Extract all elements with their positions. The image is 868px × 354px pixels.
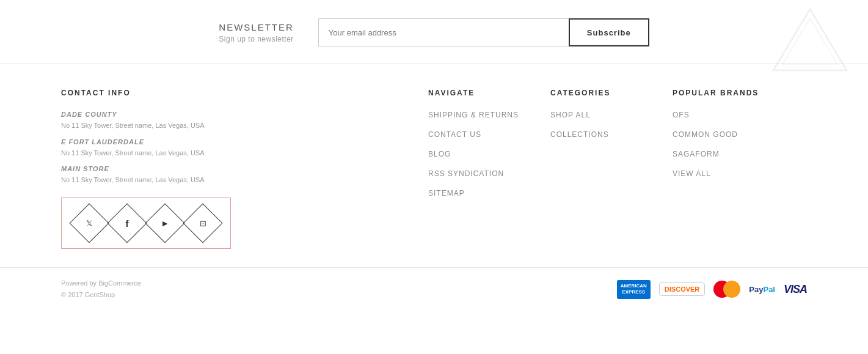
brand-view-all[interactable]: VIEW ALL <box>673 169 807 178</box>
location-2-name: E FORT LAUDERDALE <box>61 138 428 146</box>
brand-sagaform[interactable]: SAGAFORM <box>673 150 807 158</box>
brands-col: POPULAR BRANDS OFS COMMON GOOD SAGAFORM … <box>673 89 807 249</box>
nav-contact-us[interactable]: CONTACT US <box>428 130 550 139</box>
brand-common-good[interactable]: COMMON GOOD <box>673 130 807 139</box>
navigate-col: NAVIGATE SHIPPING & RETURNS CONTACT US B… <box>428 89 550 249</box>
location-3-address: No 11 Sky Tower, Street name, Las Vegas,… <box>61 175 428 185</box>
location-3-name: MAIN STORE <box>61 165 428 172</box>
social-icons-box: 𝕏 f ▶ ⊡ <box>61 197 231 249</box>
categories-title: CATEGORIES <box>550 89 673 97</box>
instagram-social-icon[interactable]: ⊡ <box>183 203 222 243</box>
cat-shop-all[interactable]: SHOP ALL <box>550 111 673 119</box>
nav-rss[interactable]: RSS SYNDICATION <box>428 169 550 178</box>
subscribe-button[interactable]: Subscribe <box>569 18 649 46</box>
newsletter-subtitle: Sign up to newsletter <box>219 35 294 43</box>
contact-location-1: DADE COUNTY No 11 Sky Tower, Street name… <box>61 111 428 131</box>
newsletter-form: Subscribe <box>318 18 649 46</box>
footer-main: CONTACT INFO DADE COUNTY No 11 Sky Tower… <box>0 64 868 267</box>
contact-info-title: CONTACT INFO <box>61 89 428 97</box>
decorative-triangle-icon <box>770 6 850 73</box>
newsletter-title: NEWSLETTER <box>219 22 294 32</box>
navigate-title: NAVIGATE <box>428 89 550 97</box>
facebook-social-icon[interactable]: f <box>107 203 147 243</box>
facebook-icon: f <box>126 218 129 228</box>
contact-info-col: CONTACT INFO DADE COUNTY No 11 Sky Tower… <box>61 89 428 249</box>
location-1-name: DADE COUNTY <box>61 111 428 118</box>
nav-blog[interactable]: BLOG <box>428 150 550 158</box>
mastercard-icon <box>713 281 740 298</box>
youtube-icon: ▶ <box>162 219 167 227</box>
powered-by: Powered by BigCommerce <box>61 278 141 290</box>
brands-title: POPULAR BRANDS <box>673 89 807 97</box>
email-input[interactable] <box>318 18 569 46</box>
instagram-icon: ⊡ <box>200 218 206 227</box>
footer-bottom: Powered by BigCommerce © 2017 GentShop A… <box>0 267 868 312</box>
footer-credits: Powered by BigCommerce © 2017 GentShop <box>61 278 141 302</box>
cat-collections[interactable]: COLLECTIONS <box>550 130 673 139</box>
visa-icon: VISA <box>784 283 807 296</box>
brand-ofs[interactable]: OFS <box>673 111 807 119</box>
newsletter-section: NEWSLETTER Sign up to newsletter Subscri… <box>0 0 868 64</box>
contact-location-3: MAIN STORE No 11 Sky Tower, Street name,… <box>61 165 428 185</box>
nav-shipping-returns[interactable]: SHIPPING & RETURNS <box>428 111 550 119</box>
twitter-icon: 𝕏 <box>86 218 92 227</box>
discover-icon: DISCOVER <box>659 282 705 296</box>
payment-icons: AMERICANEXPRESS DISCOVER PayPal VISA <box>617 280 807 299</box>
amex-icon: AMERICANEXPRESS <box>617 280 651 299</box>
copyright: © 2017 GentShop <box>61 289 141 301</box>
youtube-social-icon[interactable]: ▶ <box>145 203 184 243</box>
nav-sitemap[interactable]: SITEMAP <box>428 189 550 197</box>
twitter-social-icon[interactable]: 𝕏 <box>69 203 109 243</box>
contact-location-2: E FORT LAUDERDALE No 11 Sky Tower, Stree… <box>61 138 428 158</box>
categories-col: CATEGORIES SHOP ALL COLLECTIONS <box>550 89 673 249</box>
newsletter-text: NEWSLETTER Sign up to newsletter <box>219 22 294 43</box>
location-2-address: No 11 Sky Tower, Street name, Las Vegas,… <box>61 148 428 158</box>
paypal-icon: PayPal <box>749 285 775 294</box>
location-1-address: No 11 Sky Tower, Street name, Las Vegas,… <box>61 120 428 131</box>
